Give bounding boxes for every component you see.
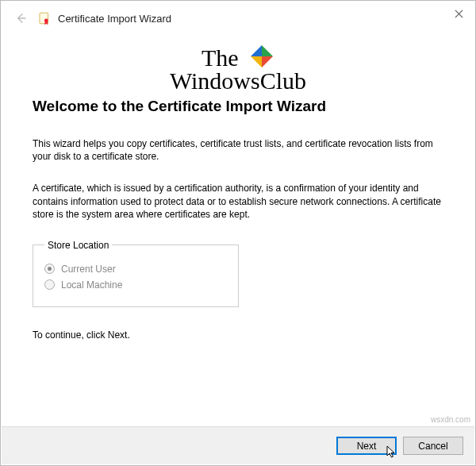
radio-local-machine: Local Machine [44, 279, 227, 291]
content-area: The WindowsClub Welcome to the Certifica… [1, 36, 475, 341]
radio-label-current-user: Current User [61, 264, 116, 275]
page-heading: Welcome to the Certificate Import Wizard [33, 98, 443, 115]
watermark-line1: The [202, 46, 239, 70]
close-icon [455, 10, 463, 18]
watermark: The WindowsClub [33, 44, 443, 93]
cursor-icon [386, 445, 397, 460]
store-location-group: Store Location Current User Local Machin… [33, 240, 239, 307]
store-location-legend: Store Location [44, 240, 112, 251]
watermark-line2: WindowsClub [33, 69, 443, 93]
svg-marker-2 [262, 45, 273, 56]
intro-paragraph-2: A certificate, which is issued by a cert… [33, 182, 443, 221]
back-button[interactable] [12, 10, 29, 27]
source-watermark: wsxdn.com [431, 415, 470, 424]
svg-marker-5 [251, 45, 262, 56]
radio-icon [44, 264, 55, 274]
wizard-window: Certificate Import Wizard The Wind [0, 0, 476, 466]
certificate-icon [37, 11, 52, 25]
continue-instruction: To continue, click Next. [33, 329, 443, 341]
cancel-button[interactable]: Cancel [403, 437, 463, 455]
svg-marker-4 [251, 56, 262, 67]
intro-paragraph-1: This wizard helps you copy certificates,… [33, 137, 443, 163]
watermark-logo-icon [249, 44, 274, 71]
window-title: Certificate Import Wizard [58, 13, 171, 25]
next-button-label: Next [357, 441, 377, 452]
radio-icon [44, 279, 55, 290]
titlebar: Certificate Import Wizard [1, 1, 475, 36]
next-button[interactable]: Next [336, 437, 397, 455]
close-button[interactable] [447, 4, 470, 23]
footer-bar: Next Cancel [2, 426, 474, 464]
radio-current-user: Current User [44, 264, 227, 275]
svg-marker-3 [262, 56, 273, 67]
radio-label-local-machine: Local Machine [61, 279, 122, 291]
back-arrow-icon [14, 12, 27, 25]
